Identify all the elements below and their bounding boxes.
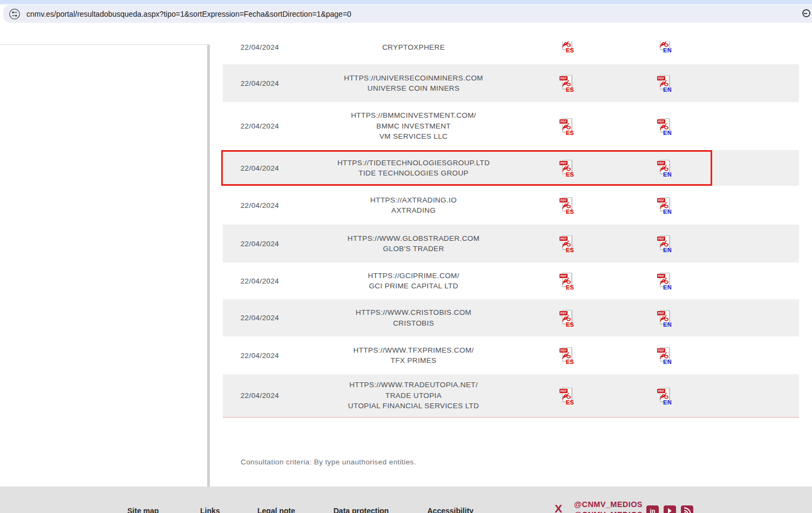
pdf-en-link[interactable]: PDFEN	[656, 117, 672, 136]
row-date: 22/04/2024	[223, 164, 297, 172]
x-twitter-icon[interactable]: X	[555, 502, 562, 513]
row-pdf-en-cell: PDFEN	[603, 308, 726, 328]
pdf-en-link[interactable]: PDFEN	[656, 346, 672, 365]
pdf-badge: PDF	[559, 37, 568, 41]
row-entity: HTTPS://WWW.TRADEUTOPIA.NET/TRADE UTOPIA…	[297, 380, 530, 411]
address-bar-right-icon[interactable]	[802, 9, 810, 17]
row-entity-line: CRYPTOXPHERE	[297, 42, 530, 53]
table-row[interactable]: 22/04/2024CRYPTOXPHEREPDFESPDFEN	[223, 30, 799, 64]
row-pdf-es-cell: PDFES	[530, 346, 603, 365]
pdf-es-link[interactable]: PDFES	[558, 234, 575, 253]
row-date: 22/04/2024	[223, 352, 297, 360]
footer-link-site-map[interactable]: Site map	[127, 507, 159, 513]
table-row[interactable]: 22/04/2024HTTPS://GCIPRIME.COM/GCI PRIME…	[223, 262, 799, 299]
pdf-en-link[interactable]: PDFEN	[656, 195, 672, 215]
pdf-lang-label: ES	[566, 247, 574, 253]
row-pdf-en-cell: PDFEN	[603, 346, 726, 365]
pdf-lang-label: EN	[663, 47, 672, 53]
row-date: 22/04/2024	[223, 43, 297, 51]
table-row[interactable]: 22/04/2024HTTPS://TIDETECHNOLOGIESGROUP.…	[223, 150, 799, 186]
table-row[interactable]: 22/04/2024HTTPS://WWW.CRISTOBIS.COMCRIST…	[223, 299, 799, 336]
row-pdf-es-cell: PDFES	[530, 117, 603, 136]
table-row[interactable]: 22/04/2024HTTPS://UNIVERSECOINMINERS.COM…	[223, 64, 799, 102]
youtube-icon[interactable]	[664, 505, 676, 513]
pdf-es-link[interactable]: PDFES	[558, 195, 575, 215]
row-pdf-es-cell: PDFES	[530, 73, 603, 93]
row-entity: HTTPS://BMMCINVESTMENT.COM/BMMC INVESTME…	[297, 110, 530, 142]
row-pdf-en-cell: PDFEN	[603, 38, 726, 57]
twitter-handle[interactable]: @CNMV_MEDIOS	[574, 500, 643, 509]
pdf-en-link[interactable]: PDFEN	[656, 308, 672, 328]
row-entity: HTTPS://WWW.CRISTOBIS.COMCRISTOBIS	[297, 307, 530, 328]
row-pdf-es-cell: PDFES	[530, 38, 603, 57]
pdf-es-link[interactable]: PDFES	[558, 73, 575, 93]
pdf-lang-label: ES	[566, 86, 574, 93]
address-bar[interactable]: cnmv.es/portal/resultadobusqueda.aspx?ti…	[3, 5, 812, 23]
row-entity-line: HTTPS://TIDETECHNOLOGIESGROUP.LTD	[297, 158, 530, 168]
url-text[interactable]: cnmv.es/portal/resultadobusqueda.aspx?ti…	[26, 10, 351, 18]
table-row[interactable]: 22/04/2024HTTPS://WWW.TRADEUTOPIA.NET/TR…	[223, 374, 799, 417]
footer-link-data-protection[interactable]: Data protection	[333, 507, 389, 513]
row-date: 22/04/2024	[223, 122, 297, 130]
pdf-en-link[interactable]: PDFEN	[656, 73, 672, 93]
pdf-es-link[interactable]: PDFES	[558, 34, 575, 53]
row-date: 22/04/2024	[223, 277, 297, 285]
footer-link-links[interactable]: Links	[200, 507, 220, 513]
pdf-lang-label: EN	[663, 359, 672, 365]
pdf-en-link[interactable]: PDFEN	[656, 34, 672, 53]
pdf-en-link[interactable]: PDFEN	[656, 271, 672, 291]
row-entity-line: UNIVERSE COIN MINERS	[297, 83, 530, 94]
pdf-lang-label: EN	[663, 247, 672, 253]
rss-icon[interactable]	[681, 505, 693, 513]
pdf-lang-label: EN	[663, 130, 672, 136]
footer-link-legal-note[interactable]: Legal note	[257, 507, 295, 513]
pdf-es-link[interactable]: PDFES	[558, 386, 575, 406]
pdf-lang-label: ES	[566, 171, 574, 178]
row-pdf-es-cell: PDFES	[530, 386, 603, 406]
pdf-lang-label: ES	[566, 321, 574, 328]
pdf-es-link[interactable]: PDFES	[558, 117, 575, 136]
row-pdf-en-cell: PDFEN	[603, 73, 726, 93]
row-date: 22/04/2024	[223, 201, 297, 210]
pdf-es-link[interactable]: PDFES	[558, 308, 575, 328]
row-entity-line: TRADE UTOPIA	[297, 390, 530, 401]
row-pdf-es-cell: PDFES	[530, 195, 603, 215]
pdf-lang-label: EN	[663, 208, 672, 215]
footer-link-accessibility[interactable]: Accessibility	[427, 507, 474, 513]
pdf-en-link[interactable]: PDFEN	[656, 234, 672, 253]
pdf-es-link[interactable]: PDFES	[558, 271, 575, 291]
pdf-lang-label: ES	[566, 359, 574, 365]
pdf-es-link[interactable]: PDFES	[558, 346, 575, 365]
row-entity-line: TIDE TECHNOLOGIES GROUP	[297, 168, 530, 179]
main-content: 22/04/2024CRYPTOXPHEREPDFESPDFEN22/04/20…	[223, 30, 799, 466]
row-entity-line: HTTPS://UNIVERSECOINMINERS.COM	[297, 73, 530, 84]
pdf-badge: PDF	[657, 37, 665, 41]
consultation-criteria-text: Consultation criteria: By type unauthori…	[241, 458, 799, 466]
pdf-en-link[interactable]: PDFEN	[656, 158, 672, 178]
pdf-lang-label: ES	[566, 208, 574, 215]
table-row[interactable]: 22/04/2024HTTPS://WWW.GLOBSTRADER.COMGLO…	[223, 225, 799, 262]
table-row[interactable]: 22/04/2024HTTPS://WWW.TFXPRIMES.COM/TFX …	[223, 336, 799, 374]
site-settings-icon[interactable]	[9, 8, 21, 20]
results-table: 22/04/2024CRYPTOXPHEREPDFESPDFEN22/04/20…	[223, 30, 799, 418]
row-entity: HTTPS://WWW.TFXPRIMES.COM/TFX PRIMES	[297, 345, 530, 366]
footer: X @CNMV_MEDIOS @CNMV_MEDIOS in Site mapL…	[0, 487, 812, 513]
sidebar-scrollbar[interactable]	[207, 45, 210, 487]
pdf-lang-label: ES	[566, 130, 574, 136]
row-pdf-es-cell: PDFES	[530, 158, 603, 178]
table-row[interactable]: 22/04/2024HTTPS://BMMCINVESTMENT.COM/BMM…	[223, 102, 799, 150]
row-entity-line: BMMC INVESTMENT	[297, 121, 530, 132]
row-entity-line: HTTPS://WWW.TFXPRIMES.COM/	[297, 345, 530, 356]
pdf-lang-label: EN	[663, 321, 672, 328]
table-row[interactable]: 22/04/2024HTTPS://AXTRADING.IOAXTRADINGP…	[223, 186, 799, 225]
row-entity-line: AXTRADING	[297, 205, 530, 216]
twitter-handle-secondary[interactable]: @CNMV_MEDIOS	[574, 510, 643, 513]
pdf-es-link[interactable]: PDFES	[558, 158, 575, 178]
row-entity-line: HTTPS://WWW.TRADEUTOPIA.NET/	[297, 380, 530, 390]
pdf-lang-label: ES	[566, 284, 574, 291]
linkedin-icon[interactable]: in	[646, 505, 659, 513]
row-entity-line: HTTPS://BMMCINVESTMENT.COM/	[297, 110, 530, 121]
row-entity: CRYPTOXPHERE	[297, 42, 530, 53]
pdf-lang-label: EN	[663, 399, 672, 406]
pdf-en-link[interactable]: PDFEN	[656, 386, 672, 406]
